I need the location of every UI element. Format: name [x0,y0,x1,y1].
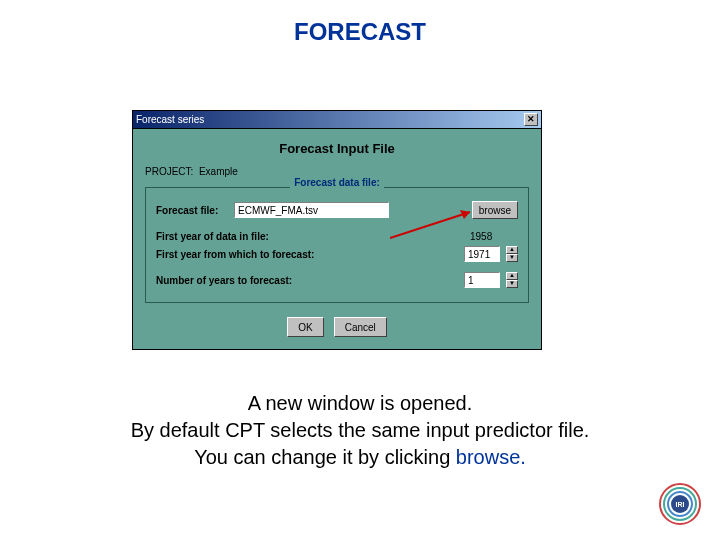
cancel-button[interactable]: Cancel [334,317,387,337]
project-label: PROJECT: [145,166,193,177]
project-line: PROJECT: Example [145,166,529,177]
first-year-forecast-label: First year from which to forecast: [156,249,356,260]
first-year-in-file-value: 1958 [470,231,518,242]
slide-title: FORECAST [0,0,720,46]
first-year-forecast-spinner[interactable]: ▲▼ [506,246,518,262]
caption-line-2: By default CPT selects the same input pr… [0,417,720,444]
ok-button[interactable]: OK [287,317,323,337]
first-year-in-file-label: First year of data in file: [156,231,356,242]
dialog-heading: Forecast Input File [145,141,529,156]
first-year-forecast-input[interactable] [464,246,500,262]
file-label: Forecast file: [156,205,228,216]
caption-text: A new window is opened. By default CPT s… [0,390,720,471]
project-value: Example [199,166,238,177]
svg-text:IRI: IRI [676,501,685,508]
forecast-file-input[interactable] [234,202,389,218]
num-years-label: Number of years to forecast: [156,275,356,286]
iri-logo-icon: IRI [658,482,702,526]
titlebar: Forecast series ✕ [132,110,542,128]
dialog-window: Forecast series ✕ Forecast Input File PR… [132,110,542,350]
browse-button[interactable]: browse [472,201,518,219]
caption-line-3: You can change it by clicking browse. [0,444,720,471]
close-icon[interactable]: ✕ [524,113,538,126]
titlebar-text: Forecast series [136,114,524,125]
dialog-body: Forecast Input File PROJECT: Example For… [132,128,542,350]
num-years-spinner[interactable]: ▲▼ [506,272,518,288]
caption-line-1: A new window is opened. [0,390,720,417]
fieldset-legend: Forecast data file: [290,177,384,188]
num-years-input[interactable] [464,272,500,288]
forecast-data-fieldset: Forecast data file: Forecast file: brows… [145,187,529,303]
